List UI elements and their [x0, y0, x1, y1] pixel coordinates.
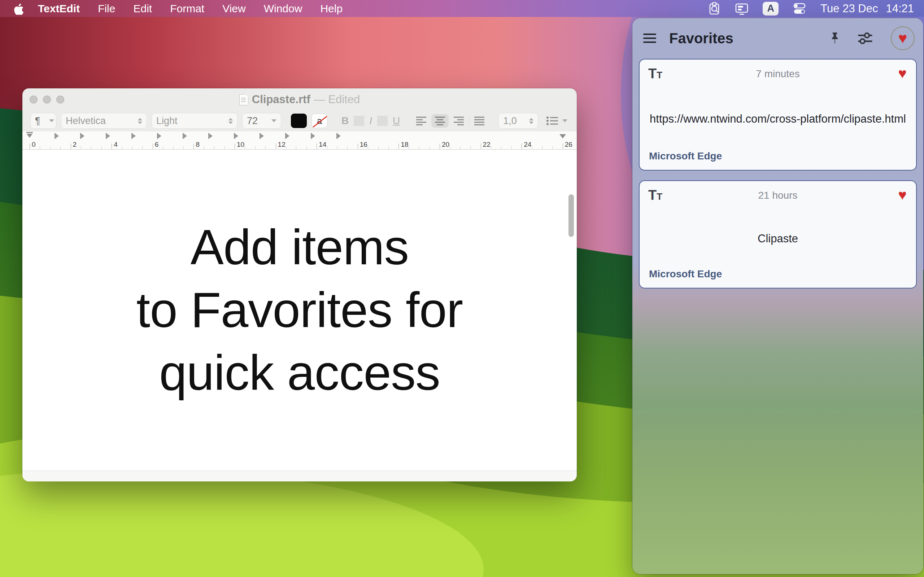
card-age: 21 hours — [648, 190, 908, 201]
ruler-tick — [388, 146, 389, 149]
menu-edit[interactable]: Edit — [124, 0, 161, 17]
ruler-tick — [81, 146, 81, 149]
window-edited-status: — Edited — [314, 93, 360, 106]
paragraph-style-button[interactable]: ¶ — [30, 113, 56, 129]
document-line: Add items — [136, 216, 463, 279]
ruler-number: 0 — [32, 141, 36, 148]
heart-icon[interactable]: ♥ — [898, 66, 907, 81]
heart-icon[interactable]: ♥ — [898, 187, 907, 202]
vertical-scrollbar[interactable] — [569, 194, 574, 237]
font-family-select[interactable]: Helvetica — [61, 113, 147, 129]
menu-bar: TextEditFileEditFormatViewWindowHelp A — [0, 0, 924, 17]
panel-title: Favorites — [669, 30, 733, 47]
card-source-app[interactable]: Microsoft Edge — [649, 150, 916, 162]
ruler-tick — [470, 146, 471, 149]
tab-stop-marker[interactable] — [285, 133, 289, 139]
ruler-tick — [491, 146, 491, 149]
tab-stop-marker[interactable] — [260, 133, 264, 139]
apple-menu-icon[interactable] — [13, 3, 24, 15]
textedit-window: Clipaste.rtf — Edited ¶ Helvetica Light … — [23, 89, 577, 481]
ruler-number: 20 — [442, 141, 449, 148]
favorite-card[interactable]: TT 7 minutes ♥ https://www.ntwind.com/cr… — [639, 59, 917, 171]
ruler-tick — [358, 143, 358, 149]
justify-button[interactable] — [471, 114, 488, 128]
ruler-number: 14 — [319, 141, 326, 148]
tab-stop-marker[interactable] — [208, 133, 213, 139]
clock-date: Tue 23 Dec — [821, 2, 878, 15]
chevron-down-icon — [562, 119, 567, 122]
input-source-icon[interactable]: A — [762, 2, 779, 16]
tab-stop-marker[interactable] — [106, 133, 110, 139]
menu-window[interactable]: Window — [255, 0, 312, 17]
ruler-tick — [204, 146, 204, 149]
favorite-card[interactable]: TT 21 hours ♥ Clipaste Microsoft Edge — [639, 180, 917, 288]
menu-file[interactable]: File — [89, 0, 124, 17]
ruler-tick — [450, 146, 450, 149]
bold-button[interactable]: B — [336, 115, 354, 127]
ruler-tick — [430, 146, 430, 149]
list-style-button[interactable] — [546, 116, 567, 126]
ruler-tick — [111, 143, 112, 149]
left-indent-marker[interactable] — [26, 132, 33, 138]
italic-button[interactable]: I — [364, 115, 377, 127]
tab-stop-marker[interactable] — [131, 133, 136, 139]
ruler-tick — [409, 146, 409, 149]
ruler-number: 16 — [360, 141, 367, 148]
ruler-tick — [60, 146, 61, 149]
align-right-button[interactable] — [450, 114, 467, 128]
ruler-tick — [245, 146, 245, 149]
document-area[interactable]: Add itemsto Favorites forquick access — [23, 150, 577, 471]
document-icon — [239, 94, 248, 105]
favorites-filter-button[interactable]: ♥ — [891, 26, 914, 50]
right-margin-marker[interactable] — [559, 134, 566, 139]
align-center-button[interactable] — [431, 114, 449, 128]
align-left-button[interactable] — [412, 114, 430, 128]
ruler-tick — [40, 146, 40, 149]
clipaste-favorites-panel: Favorites ♥ TT 7 minutes ♥ https://www — [632, 18, 923, 574]
favorites-header: Favorites ♥ — [632, 18, 923, 58]
titlebar[interactable]: Clipaste.rtf — Edited — [23, 89, 577, 111]
pin-icon[interactable] — [829, 31, 841, 45]
tab-stop-marker[interactable] — [157, 133, 162, 139]
menu-format[interactable]: Format — [161, 0, 213, 17]
stepper-icon — [529, 118, 533, 124]
menu-view[interactable]: View — [213, 0, 254, 17]
ruler-number: 22 — [483, 141, 491, 148]
ruler-tick — [142, 146, 142, 149]
font-size-field[interactable]: 72 — [242, 113, 281, 129]
window-bottom-strip — [23, 471, 577, 482]
line-spacing-stepper[interactable]: 1,0 — [498, 113, 538, 129]
menu-icon[interactable] — [643, 31, 657, 45]
card-source-app[interactable]: Microsoft Edge — [649, 268, 916, 280]
tab-stop-marker[interactable] — [311, 133, 315, 139]
ruler-tick — [132, 146, 132, 149]
typeface-select[interactable]: Light — [152, 113, 237, 129]
highlight-color-well[interactable]: a — [312, 114, 327, 128]
menubar-clock[interactable]: Tue 23 Dec 14:21 — [821, 2, 914, 15]
ruler-tick — [173, 146, 174, 149]
card-content: https://www.ntwind.com/cross-platform/cl… — [650, 113, 906, 126]
tab-stop-marker[interactable] — [183, 133, 187, 139]
tab-stop-marker[interactable] — [55, 133, 59, 139]
tab-stop-marker[interactable] — [336, 133, 341, 139]
menu-help[interactable]: Help — [311, 0, 352, 17]
ruler-tick — [102, 146, 102, 149]
menu-textedit[interactable]: TextEdit — [29, 0, 89, 17]
tab-stop-marker[interactable] — [234, 133, 238, 139]
ruler-tick — [327, 146, 327, 149]
ruler-tick — [234, 143, 235, 149]
ruler-tick — [255, 146, 255, 149]
document-line: quick access — [136, 342, 463, 404]
tab-stop-marker[interactable] — [80, 133, 84, 139]
underline-button[interactable]: U — [388, 115, 405, 127]
ruler-tick — [296, 146, 296, 149]
ruler-number: 18 — [401, 141, 408, 148]
display-menubar-icon[interactable] — [735, 2, 749, 16]
clipaste-menubar-icon[interactable] — [709, 2, 721, 16]
filter-sliders-icon[interactable] — [858, 32, 873, 45]
ruler[interactable]: 02468101214161820222426 — [23, 131, 577, 150]
control-center-icon[interactable] — [792, 2, 807, 15]
document-text: Add itemsto Favorites forquick access — [136, 216, 463, 404]
text-color-well[interactable] — [291, 114, 307, 128]
ruler-number: 4 — [114, 141, 118, 148]
